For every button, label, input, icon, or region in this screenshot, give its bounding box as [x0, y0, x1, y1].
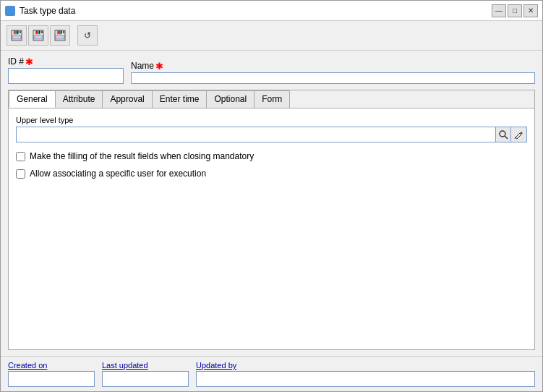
- search-icon: [499, 130, 508, 140]
- svg-rect-8: [17, 31, 19, 34]
- tab-form[interactable]: Form: [254, 90, 290, 108]
- bottom-fields: Created on Last updated Updated by: [1, 356, 542, 391]
- close-button[interactable]: ✕: [523, 4, 538, 17]
- svg-line-24: [505, 136, 508, 139]
- upper-level-group: Upper level type: [16, 116, 527, 142]
- tabs-container: General Attribute Approval Enter time Op…: [8, 90, 535, 350]
- tab-approval[interactable]: Approval: [102, 90, 152, 108]
- updated-by-input[interactable]: [196, 371, 535, 387]
- refresh-button[interactable]: ↺: [77, 25, 98, 46]
- upper-level-search-button[interactable]: [495, 127, 511, 142]
- save-new-button[interactable]: [7, 25, 27, 46]
- id-required-star: ✱: [25, 57, 33, 67]
- save-close-button[interactable]: [50, 25, 70, 46]
- svg-rect-6: [14, 31, 16, 34]
- svg-rect-18: [56, 35, 64, 39]
- tab-general[interactable]: General: [9, 90, 56, 108]
- created-on-group: Created on: [8, 361, 95, 387]
- name-field-group: Name ✱: [131, 61, 535, 84]
- toolbar: ↺: [1, 21, 542, 51]
- updated-by-label: Updated by: [196, 361, 535, 370]
- checkbox-row-1[interactable]: Make the filling of the result fields wh…: [16, 151, 527, 161]
- save-new-icon: [10, 29, 23, 42]
- svg-rect-20: [58, 31, 59, 34]
- window-title: Task type data: [20, 6, 75, 16]
- mandatory-fields-label: Make the filling of the result fields wh…: [30, 151, 254, 161]
- maximize-button[interactable]: □: [508, 4, 522, 17]
- upper-level-input[interactable]: [16, 127, 495, 142]
- svg-rect-15: [39, 31, 40, 34]
- title-bar: Task type data — □ ✕: [1, 1, 542, 21]
- minimize-button[interactable]: —: [492, 4, 506, 17]
- name-required-star: ✱: [155, 61, 163, 71]
- last-updated-label: Last updated: [102, 361, 189, 370]
- id-input[interactable]: [8, 68, 124, 84]
- svg-rect-7: [16, 31, 17, 34]
- svg-rect-21: [59, 31, 61, 34]
- svg-line-25: [515, 137, 516, 139]
- created-on-input[interactable]: [8, 371, 95, 387]
- edit-icon: [514, 130, 523, 140]
- svg-rect-12: [41, 31, 43, 33]
- svg-rect-22: [61, 31, 62, 34]
- checkbox-group: Make the filling of the result fields wh…: [16, 151, 527, 179]
- upper-level-label: Upper level type: [16, 116, 527, 124]
- tab-attribute[interactable]: Attribute: [55, 90, 103, 108]
- form-area: ID # ✱ Name ✱ General Attribute Approval…: [1, 51, 542, 356]
- svg-rect-0: [7, 7, 14, 14]
- refresh-icon: ↺: [84, 30, 91, 41]
- svg-rect-19: [63, 31, 64, 33]
- specific-user-checkbox[interactable]: [16, 169, 25, 179]
- upper-level-input-row: [16, 127, 527, 142]
- name-label: Name ✱: [131, 61, 535, 71]
- save-icon: [32, 29, 45, 42]
- last-updated-input[interactable]: [102, 371, 189, 387]
- title-bar-left: Task type data: [5, 6, 75, 16]
- tab-enter-time[interactable]: Enter time: [152, 90, 208, 108]
- svg-rect-5: [20, 31, 21, 33]
- save-button[interactable]: [28, 25, 48, 46]
- svg-point-23: [500, 131, 505, 137]
- svg-rect-4: [12, 35, 21, 39]
- created-on-label: Created on: [8, 361, 95, 370]
- save-close-icon: [54, 29, 67, 42]
- svg-rect-14: [38, 31, 39, 34]
- id-field-group: ID # ✱: [8, 56, 124, 84]
- last-updated-group: Last updated: [102, 361, 189, 387]
- id-label: ID # ✱: [8, 56, 124, 67]
- general-tab-content: Upper level type: [9, 108, 534, 349]
- main-window: Task type data — □ ✕: [0, 0, 543, 392]
- title-buttons: — □ ✕: [492, 4, 538, 17]
- window-icon: [5, 6, 15, 16]
- name-input[interactable]: [131, 72, 535, 84]
- tab-optional[interactable]: Optional: [206, 90, 255, 108]
- upper-level-edit-button[interactable]: [511, 127, 527, 142]
- svg-rect-11: [34, 35, 43, 39]
- checkbox-row-2[interactable]: Allow associating a specific user for ex…: [16, 169, 527, 179]
- top-fields: ID # ✱ Name ✱: [8, 56, 535, 84]
- svg-rect-13: [36, 31, 38, 34]
- specific-user-label: Allow associating a specific user for ex…: [30, 169, 206, 179]
- updated-by-group: Updated by: [196, 361, 535, 387]
- tabs-header: General Attribute Approval Enter time Op…: [9, 90, 534, 108]
- mandatory-fields-checkbox[interactable]: [16, 152, 25, 161]
